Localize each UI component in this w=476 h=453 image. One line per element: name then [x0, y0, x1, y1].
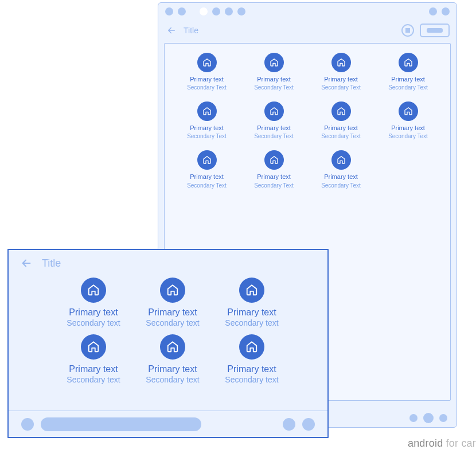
home-icon — [197, 101, 217, 121]
app-header: Title — [158, 20, 457, 41]
grid-item[interactable]: Primary textSecondary Text — [175, 150, 239, 189]
grid-item-secondary: Secondary Text — [321, 84, 361, 91]
grid-item-secondary: Secondary Text — [254, 182, 294, 189]
grid-item[interactable]: Primary textSecondary Text — [243, 53, 306, 91]
nav-pill-icon[interactable] — [41, 417, 201, 431]
page-title: Title — [184, 26, 396, 35]
status-dot-icon — [212, 7, 220, 15]
status-dot-icon — [442, 7, 450, 15]
status-dot-icon — [225, 7, 233, 15]
grid-item[interactable]: Primary textSecondary text — [213, 334, 291, 384]
grid-item-secondary: Secondary Text — [388, 84, 428, 91]
grid-item-primary: Primary text — [227, 364, 276, 374]
arrow-left-icon — [20, 257, 33, 270]
action-pill-button[interactable] — [420, 24, 450, 37]
grid-item-primary: Primary text — [324, 124, 358, 132]
grid-item-secondary: Secondary Text — [187, 133, 227, 140]
grid-item[interactable]: Primary textSecondary Text — [243, 150, 306, 189]
grid-item-primary: Primary text — [69, 307, 118, 318]
home-icon — [399, 101, 418, 121]
home-icon — [160, 278, 185, 303]
grid: Primary textSecondary TextPrimary textSe… — [175, 53, 440, 189]
grid-item-primary: Primary text — [324, 173, 358, 181]
home-icon — [239, 278, 264, 303]
nav-dot-icon[interactable] — [423, 413, 434, 423]
grid-item-primary: Primary text — [391, 124, 425, 132]
arrow-left-icon — [166, 25, 177, 36]
grid-item[interactable]: Primary textSecondary Text — [243, 101, 306, 140]
status-dot-icon — [237, 7, 245, 15]
home-icon — [197, 53, 217, 72]
back-button[interactable] — [165, 24, 178, 37]
nav-dot-icon[interactable] — [439, 414, 447, 422]
grid-item-secondary: Secondary Text — [254, 133, 294, 140]
grid-item-primary: Primary text — [190, 173, 224, 181]
grid-item-secondary: Secondary text — [146, 318, 199, 327]
nav-dot-icon[interactable] — [283, 418, 295, 431]
grid-item-primary: Primary text — [391, 76, 425, 83]
grid: Primary textSecondary textPrimary textSe… — [9, 276, 327, 384]
grid-item-secondary: Secondary text — [67, 375, 120, 384]
grid-item[interactable]: Primary textSecondary Text — [175, 101, 239, 140]
home-icon — [331, 53, 351, 72]
watermark-bold: android — [408, 438, 443, 449]
grid-item[interactable]: Primary textSecondary text — [54, 334, 132, 384]
watermark-light: for car — [443, 438, 476, 449]
grid-item-primary: Primary text — [324, 76, 358, 83]
nav-dot-icon[interactable] — [409, 414, 418, 422]
grid-item-primary: Primary text — [190, 76, 224, 83]
status-dot-icon — [200, 7, 208, 15]
stop-icon — [405, 28, 410, 33]
grid-item[interactable]: Primary textSecondary Text — [377, 53, 440, 91]
grid-item[interactable]: Primary textSecondary Text — [310, 101, 373, 140]
home-icon — [264, 53, 284, 72]
grid-item-secondary: Secondary Text — [187, 182, 227, 189]
grid-item-primary: Primary text — [227, 307, 276, 318]
grid-item-secondary: Secondary Text — [321, 182, 361, 189]
home-icon — [160, 334, 185, 360]
system-nav-bar — [9, 411, 327, 437]
grid-item-secondary: Secondary Text — [388, 133, 428, 140]
grid-item-secondary: Secondary text — [146, 375, 199, 384]
nav-dot-icon[interactable] — [21, 418, 34, 431]
home-icon — [81, 278, 106, 303]
watermark: android for car — [408, 438, 476, 450]
home-icon — [264, 150, 284, 170]
grid-item[interactable]: Primary textSecondary Text — [310, 53, 373, 91]
grid-item-secondary: Secondary text — [225, 318, 278, 327]
grid-item-primary: Primary text — [257, 124, 291, 132]
grid-item[interactable]: Primary textSecondary text — [213, 278, 291, 327]
grid-item-secondary: Secondary text — [67, 318, 120, 327]
page-title: Title — [42, 257, 61, 270]
home-icon — [81, 334, 106, 360]
grid-item[interactable]: Primary textSecondary Text — [175, 53, 239, 91]
grid-item[interactable]: Primary textSecondary Text — [377, 101, 440, 140]
back-button[interactable] — [19, 256, 34, 271]
grid-item-secondary: Secondary text — [225, 375, 278, 384]
grid-item-primary: Primary text — [257, 173, 291, 181]
home-icon — [239, 334, 264, 360]
home-icon — [331, 150, 351, 170]
grid-item[interactable]: Primary textSecondary text — [134, 278, 212, 327]
home-icon — [399, 53, 418, 72]
home-icon — [331, 101, 351, 121]
grid-item-primary: Primary text — [190, 124, 224, 132]
action-button[interactable] — [401, 24, 414, 37]
grid-item-secondary: Secondary Text — [187, 84, 227, 91]
status-bar — [158, 3, 457, 20]
home-icon — [197, 150, 217, 170]
home-icon — [264, 101, 284, 121]
status-dot-icon — [178, 7, 186, 15]
app-header: Title — [9, 250, 327, 276]
grid-item[interactable]: Primary textSecondary text — [134, 334, 212, 384]
grid-item-primary: Primary text — [148, 364, 197, 374]
status-dot-icon — [429, 7, 437, 15]
widescreen-wireframe-panel: Title Primary textSecondary textPrimary … — [7, 249, 329, 438]
placeholder-bar-icon — [427, 28, 443, 33]
grid-item-primary: Primary text — [148, 307, 197, 318]
grid-item[interactable]: Primary textSecondary Text — [310, 150, 373, 189]
grid-item-primary: Primary text — [69, 364, 118, 374]
grid-item-primary: Primary text — [257, 76, 291, 83]
nav-dot-icon[interactable] — [302, 418, 315, 431]
grid-item[interactable]: Primary textSecondary text — [54, 278, 132, 327]
